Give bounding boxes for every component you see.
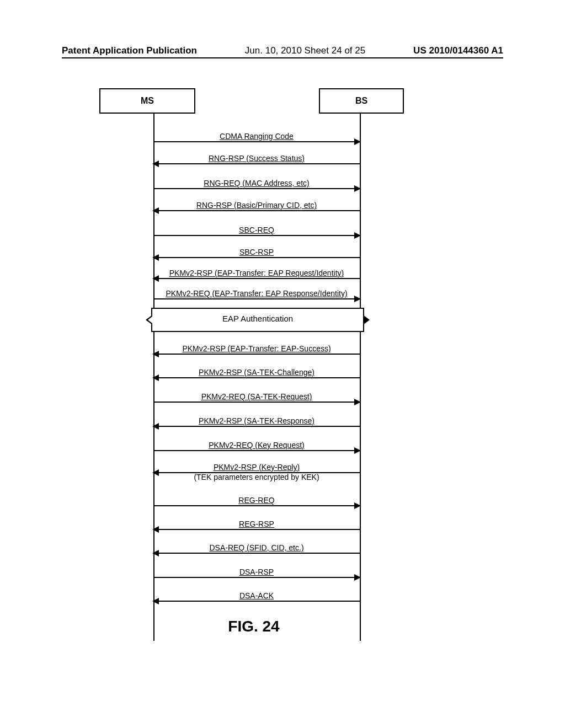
arrow-right-icon <box>153 450 360 451</box>
arrow-left-icon <box>153 377 360 378</box>
message-row: PKMv2-REQ (SA-TEK-Request) <box>153 393 360 403</box>
message-label: PKMv2-RSP (EAP-Transfer: EAP Request/Ide… <box>153 269 360 278</box>
message-label: DSA-RSP <box>153 568 360 577</box>
actor-ms: MS <box>99 88 195 114</box>
arrow-left-icon <box>153 278 360 279</box>
message-row: REG-RSP <box>153 520 360 530</box>
message-label: PKMv2-RSP (EAP-Transfer: EAP-Success) <box>153 345 360 354</box>
actor-ms-label: MS <box>141 96 154 106</box>
message-row: PKMv2-RSP (EAP-Transfer: EAP Request/Ide… <box>153 269 360 279</box>
eap-auth-box: EAP Authentication <box>151 308 364 332</box>
message-row: RNG-RSP (Success Status) <box>153 154 360 164</box>
message-label: DSA-REQ (SFID, CID, etc.) <box>153 544 360 553</box>
message-label: REG-REQ <box>153 496 360 505</box>
actor-bs-label: BS <box>355 96 367 106</box>
sequence-diagram: MS BS CDMA Ranging CodeRNG-RSP (Success … <box>99 88 408 645</box>
arrow-left-icon <box>153 553 360 554</box>
arrow-right-icon <box>153 298 360 299</box>
message-label: DSA-ACK <box>153 592 360 601</box>
message-row: SBC-REQ <box>153 226 360 236</box>
message-row: DSA-RSP <box>153 568 360 578</box>
arrow-left-icon <box>153 163 360 164</box>
message-label: RNG-RSP (Success Status) <box>153 154 360 163</box>
message-row: RNG-RSP (Basic/Primary CID, etc) <box>153 201 360 211</box>
message-label: RNG-REQ (MAC Address, etc) <box>153 179 360 188</box>
message-row: DSA-REQ (SFID, CID, etc.) <box>153 544 360 554</box>
message-row: PKMv2-REQ (EAP-Transfer: EAP Response/Id… <box>153 290 360 299</box>
eap-label: EAP Authentication <box>222 314 293 323</box>
arrow-left-icon <box>153 472 360 473</box>
arrow-right-icon <box>153 577 360 578</box>
page: { "header": { "left": "Patent Applicatio… <box>0 0 565 728</box>
arrow-right-icon <box>153 402 360 403</box>
message-label: REG-RSP <box>153 520 360 529</box>
message-row: PKMv2-RSP (SA-TEK-Response) <box>153 417 360 427</box>
arrow-left-icon <box>153 601 360 602</box>
arrow-left-icon <box>153 210 360 211</box>
arrow-right-icon <box>153 235 360 236</box>
actor-bs: BS <box>319 88 404 114</box>
message-row: SBC-RSP <box>153 248 360 258</box>
message-label: SBC-REQ <box>153 226 360 235</box>
figure-caption: FIG. 24 <box>99 618 408 635</box>
message-row: CDMA Ranging Code <box>153 132 360 142</box>
message-row: RNG-REQ (MAC Address, etc) <box>153 179 360 189</box>
message-label: PKMv2-REQ (EAP-Transfer: EAP Response/Id… <box>153 290 360 298</box>
arrow-right-icon <box>153 141 360 142</box>
arrow-left-icon <box>153 257 360 258</box>
eap-right-arrow-icon <box>363 316 367 324</box>
message-row: PKMv2-RSP (SA-TEK-Challenge) <box>153 368 360 378</box>
message-label: PKMv2-RSP (SA-TEK-Response) <box>153 417 360 426</box>
message-label: RNG-RSP (Basic/Primary CID, etc) <box>153 201 360 210</box>
message-label: PKMv2-RSP (Key-Reply) <box>153 463 360 472</box>
page-header: Patent Application Publication Jun. 10, … <box>0 45 565 56</box>
arrow-left-icon <box>153 354 360 355</box>
figure-caption-text: FIG. 24 <box>228 618 279 635</box>
message-row: DSA-ACK <box>153 592 360 602</box>
arrow-right-icon <box>153 505 360 506</box>
message-row: PKMv2-REQ (Key Request) <box>153 441 360 451</box>
message-label: PKMv2-REQ (SA-TEK-Request) <box>153 393 360 402</box>
message-row: PKMv2-RSP (Key-Reply)(TEK parameters enc… <box>153 463 360 482</box>
message-row: REG-REQ <box>153 496 360 506</box>
message-label: PKMv2-RSP (SA-TEK-Challenge) <box>153 368 360 377</box>
header-left: Patent Application Publication <box>62 45 197 56</box>
message-label: PKMv2-REQ (Key Request) <box>153 441 360 450</box>
message-label: SBC-RSP <box>153 248 360 257</box>
message-note: (TEK parameters encrypted by KEK) <box>153 473 360 481</box>
arrow-left-icon <box>153 426 360 427</box>
message-row: PKMv2-RSP (EAP-Transfer: EAP-Success) <box>153 345 360 355</box>
arrow-right-icon <box>153 188 360 189</box>
arrow-left-icon <box>153 529 360 530</box>
header-mid: Jun. 10, 2010 Sheet 24 of 25 <box>245 45 365 56</box>
header-right: US 2010/0144360 A1 <box>413 45 503 56</box>
eap-left-arrow-icon <box>148 316 153 324</box>
header-rule <box>62 57 503 58</box>
message-label: CDMA Ranging Code <box>153 132 360 141</box>
